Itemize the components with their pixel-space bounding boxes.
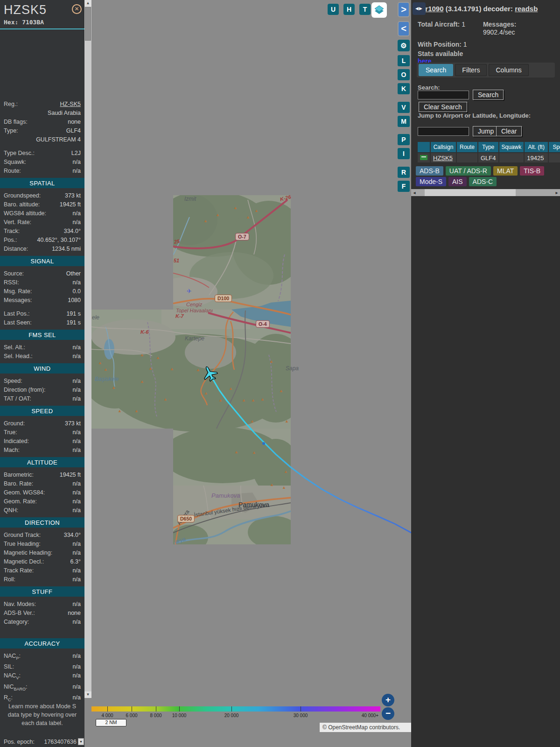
panel-nav-toggle-button[interactable]: ◀▶ [413, 2, 426, 15]
map-option-button-o[interactable]: O [398, 69, 410, 80]
column-header-Squawk[interactable]: Squawk [499, 142, 524, 152]
field-label: SIL: [4, 663, 14, 670]
sidebar-collapse-button[interactable]: < [398, 21, 410, 36]
peak-icon: ▲ [284, 469, 288, 474]
zoom-out-button[interactable]: − [382, 707, 394, 720]
tab-search[interactable]: Search [419, 64, 453, 76]
field-row: Type:GLF4 [0, 126, 84, 135]
map-option-button-k[interactable]: K [398, 83, 410, 94]
section-header-accuracy: ACCURACY [0, 638, 84, 648]
field-value: n/a [73, 683, 81, 691]
map-option-button-m[interactable]: M [398, 116, 410, 127]
field-label: Speed: [4, 377, 22, 385]
pos-epoch-row: Pos. epoch: 1763407636 ▼ [0, 739, 84, 745]
field-value[interactable]: HZ-SK5 [60, 100, 81, 108]
data-source-legend: ADS-BUAT / ADS-RMLATTIS-BMode-SAISADS-C [416, 166, 556, 188]
field-value: n/a [73, 446, 81, 454]
spacer [0, 631, 84, 635]
search-button[interactable]: Search [473, 90, 504, 100]
peak-icon: ▲ [251, 398, 255, 402]
field-value: 373 kt [65, 420, 81, 427]
cell-type: GLF4 [478, 153, 498, 162]
jump-clear-button[interactable]: Clear [496, 126, 522, 136]
field-row: SIL:n/a [0, 662, 84, 671]
field-label: Geom. WGS84: [4, 489, 45, 496]
map-option-button-r[interactable]: R [398, 167, 410, 178]
hscroll-left-icon[interactable]: ◂ [411, 189, 418, 196]
field-row: Squawk:n/a [0, 157, 84, 166]
field-value: GULFSTREAM 4 [36, 136, 81, 143]
readsb-link[interactable]: readsb [515, 5, 538, 13]
scroll-down-icon[interactable]: ▼ [84, 691, 91, 698]
zoom-in-button[interactable]: + [382, 694, 394, 706]
table-horizontal-scrollbar[interactable]: ◂ ▸ [411, 189, 560, 196]
epoch-dropdown[interactable]: ▼ [78, 738, 84, 745]
field-label: True Heading: [4, 540, 41, 548]
settings-gear-icon[interactable]: ⚙ [398, 40, 410, 51]
sidebar-expand-button[interactable]: > [398, 2, 410, 17]
field-label: QNH: [4, 507, 18, 514]
field-row: Indicated:n/a [0, 437, 84, 445]
field-row: Baro. Rate:n/a [0, 479, 84, 488]
badge-mode-s: Mode-S [416, 177, 446, 186]
clear-search-button[interactable]: Clear Search [419, 102, 467, 112]
map-option-button-l[interactable]: L [398, 55, 410, 66]
section-header-signal: SIGNAL [0, 256, 84, 266]
field-label: Sel. Alt.: [4, 344, 25, 351]
cell-callsign[interactable]: HZSK5 [431, 153, 456, 162]
spacer [0, 144, 84, 148]
map-label: 25 [174, 238, 180, 245]
column-header-Alt. (ft)[interactable]: Alt. (ft) [525, 142, 548, 152]
scrollbar-thumb[interactable] [85, 7, 91, 41]
sidebar-scrollbar[interactable]: ▲ ▼ [84, 0, 91, 698]
map-option-button-v[interactable]: V [398, 102, 410, 113]
badge-row: Mode-SAISADS-C [416, 177, 556, 186]
field-label: Roll: [4, 576, 15, 583]
field-label: Sel. Head.: [4, 352, 33, 360]
search-input[interactable] [418, 91, 469, 99]
column-header-Callsign[interactable]: Callsign [431, 142, 456, 152]
column-header-Type[interactable]: Type [478, 142, 498, 152]
pos-epoch-label: Pos. epoch: [4, 739, 35, 745]
map-option-button-p[interactable]: P [398, 134, 410, 145]
map-label: Cengiz [186, 302, 202, 307]
spacer [0, 626, 84, 631]
tab-columns[interactable]: Columns [489, 64, 528, 76]
field-value: n/a [73, 279, 81, 286]
jump-button[interactable]: Jump [473, 126, 499, 136]
scale-tick-label: 6 000 [126, 713, 137, 718]
scroll-up-icon[interactable]: ▲ [84, 0, 91, 7]
tab-filters[interactable]: Filters [455, 64, 487, 76]
map-button-t[interactable]: T [359, 4, 371, 15]
layer-switcher-button[interactable] [371, 2, 387, 18]
pos-epoch-value: 1763407636 [44, 739, 77, 745]
column-header-Route[interactable]: Route [457, 142, 477, 152]
field-value: GLF4 [66, 127, 81, 134]
section-header-wind: WIND [0, 363, 84, 374]
map-button-h[interactable]: H [343, 4, 355, 15]
column-header-flag[interactable] [418, 142, 430, 152]
jump-input[interactable] [418, 127, 469, 136]
close-icon[interactable]: ✕ [72, 4, 82, 14]
map[interactable]: IzmitK-262551✈CengizTopel HavaalanıK-7el… [91, 0, 411, 747]
callsign-link[interactable]: HZSK5 [433, 155, 453, 162]
field-value: n/a [73, 576, 81, 583]
field-value: n/a [73, 652, 81, 660]
map-label: Sapa [286, 365, 299, 372]
map-label: Başiskele [95, 376, 119, 382]
map-option-button-f[interactable]: F [398, 181, 410, 192]
field-row: Baro. altitude:19425 ft [0, 200, 84, 209]
field-label: Direction (from): [4, 386, 46, 394]
field-value: n/a [73, 158, 81, 166]
field-row: NACV:n/a [0, 671, 84, 683]
field-row: Reg.:HZ-SK5 [0, 99, 84, 108]
hscroll-right-icon[interactable]: ▸ [553, 189, 560, 196]
map-label: Topel Havaalanı [176, 308, 213, 313]
map-option-button-i[interactable]: I [398, 148, 410, 159]
peak-icon: ▲ [250, 419, 254, 423]
table-row[interactable]: HZSK5GLF419425 [418, 153, 560, 162]
peak-icon: ▲ [234, 450, 238, 454]
map-button-u[interactable]: U [328, 4, 339, 15]
hscroll-thumb[interactable] [425, 189, 516, 196]
column-header-Spd.[interactable]: Spd. [549, 142, 560, 152]
